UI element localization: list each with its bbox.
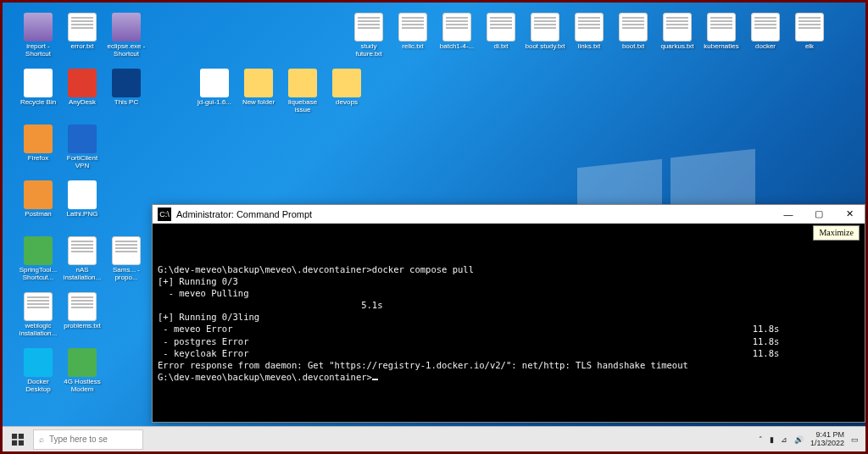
svg-rect-2 <box>12 440 17 445</box>
file-page-icon <box>487 13 515 42</box>
close-button[interactable]: ✕ <box>834 205 865 224</box>
file-page-icon <box>707 13 736 42</box>
icon-label: boot study.txt <box>523 43 567 51</box>
clock[interactable]: 9:41 PM 1/13/2022 <box>810 431 844 448</box>
tray-chevron-icon[interactable]: ˄ <box>759 435 763 444</box>
desktop-icon[interactable]: Docker Desktop <box>16 348 60 394</box>
desktop-icon[interactable]: relic.txt <box>391 13 435 51</box>
desktop-icon[interactable]: eclipse.exe - Shortcut <box>104 13 148 58</box>
icon-label: links.txt <box>567 43 611 51</box>
file-page-icon <box>575 13 604 42</box>
command-prompt-window[interactable]: C:\ Administrator: Command Prompt — ▢ ✕ … <box>152 204 865 423</box>
icon-label: study future.txt <box>347 43 391 58</box>
desktop-icon[interactable]: Postman <box>16 180 60 219</box>
volume-icon[interactable]: 🔊 <box>794 435 804 444</box>
green-icon <box>68 348 97 377</box>
system-tray[interactable]: ˄ ▮ ⊿ 🔊 9:41 PM 1/13/2022 ▭ <box>752 431 865 448</box>
exe-purple-icon <box>112 13 141 42</box>
desktop-icon[interactable]: kubernaties <box>699 13 743 51</box>
network-icon[interactable]: ⊿ <box>781 435 787 444</box>
file-page-icon <box>68 292 97 321</box>
icon-label: elk <box>787 43 832 51</box>
desktop-icon[interactable]: boot.txt <box>611 13 655 51</box>
notifications-icon[interactable]: ▭ <box>851 435 859 444</box>
desktop-icon[interactable]: problems.txt <box>60 292 104 330</box>
terminal-line: [+] Running 0/3 <box>158 275 860 287</box>
desktop-icon[interactable]: docker <box>743 13 787 51</box>
desktop-icon[interactable]: ireport - Shortcut <box>16 13 60 58</box>
minimize-button[interactable]: — <box>773 205 804 224</box>
folder-icon <box>244 69 273 97</box>
maximize-button[interactable]: ▢ <box>804 205 834 224</box>
icon-label: kubernaties <box>699 43 743 51</box>
desktop-icon[interactable]: weblogic installation... <box>16 292 60 338</box>
desktop-icon[interactable]: New folder <box>236 69 281 107</box>
desktop-icon[interactable]: Firefox <box>16 125 60 163</box>
icon-label: weblogic installation... <box>16 323 60 338</box>
desktop-icon[interactable]: di.txt <box>479 13 523 51</box>
file-page-icon <box>619 13 648 42</box>
battery-icon[interactable]: ▮ <box>770 435 774 444</box>
windows-icon <box>12 434 24 446</box>
desktop-icon[interactable]: AnyDesk <box>60 69 104 107</box>
file-page-icon <box>531 13 559 42</box>
icon-label: Docker Desktop <box>16 379 60 394</box>
desktop-icon[interactable]: jd-gui-1.6... <box>192 69 236 107</box>
search-icon: ⌕ <box>39 435 44 444</box>
desktop-icon[interactable]: study future.txt <box>347 13 391 58</box>
desktop-icon[interactable]: FortiClient VPN <box>60 125 104 170</box>
desktop-icon[interactable]: quarkus.txt <box>655 13 699 51</box>
file-page-icon <box>354 13 383 42</box>
orange-icon <box>24 180 53 209</box>
terminal-line: G:\dev-meveo\backup\meveo\.devcontainer>… <box>158 263 860 275</box>
darkblue-icon <box>112 69 141 97</box>
search-box[interactable]: ⌕ Type here to se <box>33 429 143 450</box>
desktop-icon[interactable]: devops <box>325 69 369 107</box>
icon-label: problems.txt <box>60 323 104 330</box>
icon-label: FortiClient VPN <box>60 155 104 170</box>
desktop-icon[interactable]: nAS installation... <box>60 236 104 282</box>
start-button[interactable] <box>3 427 33 452</box>
java-bg-icon <box>200 69 229 97</box>
terminal-line: G:\dev-meveo\backup\meveo\.devcontainer> <box>158 371 860 383</box>
icon-label: Firefox <box>16 155 60 163</box>
desktop-icon[interactable]: boot study.txt <box>523 13 567 51</box>
desktop-icon[interactable]: Sams... -propo... <box>104 236 148 282</box>
taskbar[interactable]: ⌕ Type here to se ˄ ▮ ⊿ 🔊 9:41 PM 1/13/2… <box>3 426 865 451</box>
desktop-icon[interactable]: elk <box>787 13 832 51</box>
icon-label: relic.txt <box>391 43 435 51</box>
window-title: Administrator: Command Prompt <box>176 209 773 219</box>
icon-label: eclipse.exe - Shortcut <box>104 43 148 58</box>
file-page-icon <box>795 13 824 42</box>
exe-purple-icon <box>24 13 53 42</box>
icon-label: SpringTool... Shortcut... <box>16 267 60 282</box>
desktop-icon[interactable]: Recycle Bin <box>16 69 60 107</box>
desktop-icon[interactable]: batch1-4-... <box>435 13 479 51</box>
bin-icon <box>24 69 53 97</box>
desktop-icon[interactable]: error.txt <box>60 13 104 51</box>
desktop-icon[interactable]: 4G Hostless Modem <box>60 348 104 394</box>
svg-rect-0 <box>12 434 17 439</box>
desktop-icon[interactable]: Lathi.PNG <box>60 180 104 219</box>
file-page-icon <box>442 13 471 42</box>
maximize-tooltip: Maximize <box>813 225 860 241</box>
terminal-output[interactable]: Maximize G:\dev-meveo\backup\meveo\.devc… <box>153 224 865 422</box>
desktop-icon[interactable]: SpringTool... Shortcut... <box>16 236 60 282</box>
icon-label: Postman <box>16 211 60 219</box>
desktop-icon[interactable]: links.txt <box>567 13 611 51</box>
terminal-line: [+] Running 0/3ling <box>158 311 860 323</box>
svg-rect-3 <box>19 440 24 445</box>
file-page-icon <box>751 13 780 42</box>
blue-icon <box>68 125 97 153</box>
terminal-line: - keycloak Error 11.8s <box>158 347 860 359</box>
titlebar[interactable]: C:\ Administrator: Command Prompt — ▢ ✕ <box>153 205 865 224</box>
cmd-icon: C:\ <box>158 208 171 221</box>
icon-label: di.txt <box>479 43 523 51</box>
desktop-icon[interactable]: liquebase issue <box>281 69 325 114</box>
file-page-icon <box>112 236 141 265</box>
icon-label: boot.txt <box>611 43 655 51</box>
icon-label: error.txt <box>60 43 104 51</box>
red-icon <box>68 69 97 97</box>
icon-label: ireport - Shortcut <box>16 43 60 58</box>
desktop-icon[interactable]: This PC <box>104 69 148 107</box>
